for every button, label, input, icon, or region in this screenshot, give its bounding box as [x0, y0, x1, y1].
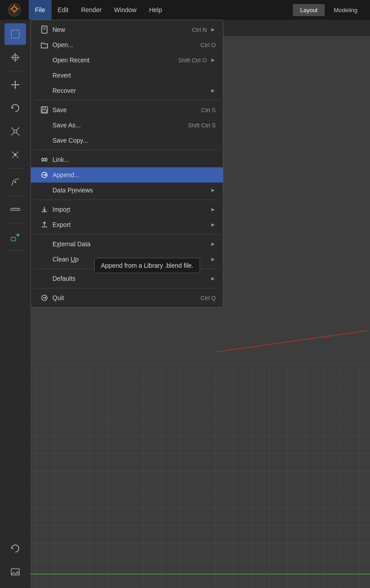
- tool-measure[interactable]: [4, 199, 26, 220]
- menu-item-save-copy-label: Save Copy...: [52, 137, 216, 144]
- toolbar-divider-3: [6, 196, 24, 196]
- menu-item-new-shortcut: Ctrl N: [192, 26, 207, 33]
- viewport-grid: [0, 364, 370, 588]
- svg-line-18: [11, 127, 14, 130]
- data-previews-icon: [38, 186, 51, 195]
- svg-line-20: [11, 133, 14, 135]
- svg-point-22: [14, 153, 17, 156]
- axis-line-green: [0, 574, 370, 575]
- svg-rect-45: [42, 110, 47, 112]
- menu-item-defaults[interactable]: Defaults ►: [31, 271, 223, 286]
- svg-line-21: [17, 133, 19, 135]
- menu-sep-4: [35, 234, 219, 235]
- menu-item-link-label: Link...: [52, 156, 216, 163]
- tooltip-text: Append from a Library .blend file.: [101, 262, 193, 269]
- svg-rect-17: [14, 130, 17, 133]
- tool-image[interactable]: [4, 561, 26, 583]
- workspace-layout[interactable]: Layout: [293, 4, 325, 16]
- svg-marker-16: [12, 106, 14, 109]
- menu-help[interactable]: Help: [143, 0, 168, 20]
- menu-item-save[interactable]: Save Ctrl S: [31, 102, 223, 118]
- menu-item-data-previews-label: Data Previews: [52, 187, 207, 194]
- quit-icon: [38, 293, 51, 302]
- menu-item-export[interactable]: Export ►: [31, 217, 223, 232]
- menu-item-recover[interactable]: Recover ►: [31, 83, 223, 98]
- save-copy-icon: [38, 136, 51, 145]
- tool-select-box[interactable]: [4, 23, 26, 45]
- svg-rect-40: [42, 26, 47, 33]
- menubar: File Edit Render Window Help Layout Mode…: [0, 0, 370, 20]
- tool-transform[interactable]: [4, 144, 26, 166]
- workspace-modeling[interactable]: Modeling: [326, 4, 365, 16]
- svg-line-23: [12, 152, 14, 153]
- menu-item-save-label: Save: [52, 106, 201, 113]
- menu-item-open[interactable]: Open... Ctrl O: [31, 37, 223, 52]
- toolbar-divider-4: [6, 223, 24, 223]
- save-as-icon: [38, 121, 51, 130]
- blender-logo-button[interactable]: [0, 0, 29, 20]
- tool-rotate[interactable]: [4, 97, 26, 119]
- menu-item-external-data[interactable]: External Data ►: [31, 236, 223, 252]
- recover-icon: [38, 86, 51, 95]
- menu-sep-3: [35, 200, 219, 200]
- tool-scale[interactable]: [4, 121, 26, 142]
- menu-item-save-as[interactable]: Save As... Shift Ctrl S: [31, 118, 223, 133]
- menu-item-recover-label: Recover: [52, 87, 207, 94]
- menu-item-quit-shortcut: Ctrl Q: [200, 295, 216, 301]
- append-icon: [38, 170, 51, 179]
- tool-history[interactable]: [4, 538, 26, 559]
- menu-render[interactable]: Render: [75, 0, 108, 20]
- new-file-icon: [38, 25, 51, 34]
- menu-item-open-label: Open...: [52, 41, 200, 48]
- menu-sep-6: [35, 288, 219, 288]
- menu-item-open-recent-label: Open Recent: [52, 57, 178, 64]
- revert-icon: [38, 71, 51, 80]
- menu-item-quit[interactable]: Quit Ctrl Q: [31, 290, 223, 305]
- append-tooltip: Append from a Library .blend file.: [94, 258, 200, 273]
- menu-item-open-recent[interactable]: Open Recent Shift Ctrl O ►: [31, 52, 223, 68]
- svg-marker-12: [14, 80, 16, 82]
- menu-item-open-recent-shortcut: Shift Ctrl O: [178, 57, 207, 64]
- svg-line-19: [17, 127, 19, 130]
- axis-line-red: [216, 330, 367, 352]
- menu-item-new-label: New: [52, 26, 192, 33]
- tool-move[interactable]: [4, 74, 26, 96]
- menu-item-save-as-shortcut: Shift Ctrl S: [188, 122, 216, 129]
- menu-item-data-previews-arrow: ►: [210, 187, 216, 193]
- menu-item-defaults-label: Defaults: [52, 275, 207, 282]
- menu-item-data-previews[interactable]: Data Previews ►: [31, 183, 223, 198]
- svg-rect-28: [11, 209, 20, 210]
- menu-item-open-shortcut: Ctrl O: [200, 42, 216, 48]
- external-data-icon: [38, 240, 51, 248]
- save-icon: [38, 105, 51, 114]
- menu-item-import[interactable]: Import ►: [31, 202, 223, 217]
- link-icon: [38, 155, 51, 164]
- menu-item-external-data-label: External Data: [52, 240, 207, 248]
- workspace-tabs: Layout Modeling: [293, 4, 370, 16]
- menu-item-append[interactable]: Append...: [31, 167, 223, 183]
- menu-item-quit-label: Quit: [52, 294, 200, 301]
- svg-line-26: [17, 156, 18, 158]
- menu-item-recover-arrow: ►: [210, 87, 216, 94]
- menu-item-new-arrow: ►: [210, 26, 216, 33]
- tool-cursor[interactable]: [4, 47, 26, 68]
- menu-item-save-shortcut: Ctrl S: [201, 107, 216, 113]
- menu-item-defaults-arrow: ►: [210, 275, 216, 282]
- menu-file[interactable]: File: [29, 0, 52, 20]
- folder-icon: [38, 40, 51, 49]
- menu-item-import-label: Import: [52, 206, 207, 213]
- defaults-icon: [38, 274, 51, 283]
- menu-edit[interactable]: Edit: [52, 0, 75, 20]
- tool-add-object[interactable]: [4, 226, 26, 248]
- menu-item-link[interactable]: Link...: [31, 152, 223, 167]
- svg-marker-15: [18, 84, 20, 86]
- menu-item-save-as-label: Save As...: [52, 122, 188, 129]
- menu-window[interactable]: Window: [108, 0, 143, 20]
- svg-line-25: [12, 156, 14, 158]
- menu-item-save-copy[interactable]: Save Copy...: [31, 133, 223, 148]
- tool-annotate[interactable]: [4, 171, 26, 193]
- menu-item-revert[interactable]: Revert: [31, 68, 223, 83]
- menu-item-new[interactable]: New Ctrl N ►: [31, 22, 223, 37]
- menu-sep-2: [35, 150, 219, 150]
- svg-marker-13: [14, 87, 16, 89]
